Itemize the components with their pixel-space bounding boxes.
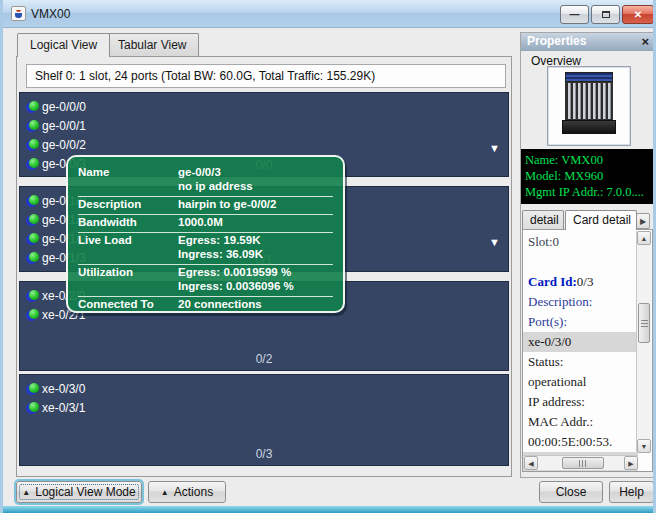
card-detail-row: Card Id:0/3 (523, 272, 638, 292)
close-button[interactable]: Close (539, 481, 603, 503)
scroll-up-icon[interactable]: ▲ (637, 231, 651, 245)
tooltip-row: UtilizationEgress: 0.0019599 % (78, 266, 333, 280)
card-detail-row: operational (523, 372, 638, 392)
tooltip-value: hairpin to ge-0/0/2 (178, 198, 276, 212)
tab-tabular-view[interactable]: Tabular View (105, 33, 199, 56)
port-name: xe-0/3/1 (42, 401, 85, 415)
port-row[interactable]: xe-0/3/1 (20, 398, 508, 417)
card-detail-row: Description: (523, 292, 638, 312)
help-button[interactable]: Help (609, 481, 654, 503)
properties-panel: Properties × Overview Name: VMX00Model: … (520, 32, 654, 478)
port-status-icon (26, 309, 38, 321)
horizontal-scroll-thumb[interactable] (562, 457, 604, 469)
port-row[interactable]: ge-0/0/0 (20, 97, 508, 116)
port-ball-icon (29, 309, 39, 319)
tooltip-value: Ingress: 0.0036096 % (178, 280, 294, 294)
tooltip-row: Live LoadEgress: 19.59K (78, 234, 333, 248)
card-detail-row: Port(s): (523, 312, 638, 332)
expand-panel-icon[interactable]: ▼ (489, 143, 500, 154)
tooltip-value: Ingress: 36.09K (178, 248, 263, 262)
port-ball-icon (29, 402, 39, 412)
up-triangle-icon: ▲ (22, 488, 30, 497)
tooltip-group: Descriptionhairpin to ge-0/0/2 (78, 197, 333, 215)
tab-detail[interactable]: detail (522, 210, 564, 230)
card-detail-row[interactable]: xe-0/3/0 (523, 332, 638, 352)
tab-card-detail[interactable]: Card detail (565, 210, 637, 230)
window-bottom-edge (3, 506, 656, 513)
tooltip-value: no ip address (178, 180, 253, 194)
logical-view-mode-button[interactable]: ▲ Logical View Mode (16, 481, 142, 503)
port-row[interactable]: xe-0/3/0 (20, 379, 508, 398)
panel-slot-label: 0/3 (20, 447, 508, 461)
port-status-icon (26, 120, 38, 132)
tooltip-label: Connected To (78, 298, 178, 312)
port-name: xe-0/3/0 (42, 382, 85, 396)
tooltip-group: Live LoadEgress: 19.59KIngress: 36.09K (78, 233, 333, 265)
tooltip-group: Namege-0/0/3no ip address (78, 165, 333, 197)
app-window: VMX00 — ✕ Logical View Tabular View Shel… (0, 0, 656, 513)
actions-button[interactable]: ▲ Actions (148, 481, 226, 503)
card-detail-row: MAC Addr.: (523, 412, 638, 432)
port-ball-icon (29, 195, 39, 205)
horizontal-scrollbar[interactable]: ◀ ▶ (524, 455, 638, 470)
port-name: ge-0/0/1 (42, 119, 86, 133)
tooltip-group: UtilizationEgress: 0.0019599 %Ingress: 0… (78, 265, 333, 297)
vertical-scrollbar[interactable]: ▲ ▼ (636, 231, 651, 453)
card-detail-row (523, 252, 638, 272)
expand-panel-icon[interactable]: ▼ (489, 237, 500, 248)
tooltip-label: Name (78, 166, 178, 180)
port-row[interactable]: ge-0/0/2 (20, 135, 508, 154)
tooltip-group: Connected To20 connections (78, 297, 333, 314)
port-status-icon (26, 101, 38, 113)
tooltip-group: Bandwidth1000.0M (78, 215, 333, 233)
card-detail-row: Slot:0 (523, 232, 638, 252)
port-ball-icon (29, 139, 39, 149)
properties-title: Properties (527, 34, 586, 48)
port-ball-icon (29, 120, 39, 130)
scroll-left-icon[interactable]: ◀ (524, 456, 538, 470)
properties-header[interactable]: Properties × (521, 33, 653, 51)
card-detail-row: IP address: (523, 392, 638, 412)
tooltip-row: Bandwidth1000.0M (78, 216, 333, 230)
restore-button[interactable] (591, 5, 620, 24)
card-detail-row: 00:00:5E:00:53. (523, 432, 638, 452)
port-status-icon (26, 195, 38, 207)
device-info-line: Model: MX960 (525, 168, 653, 184)
tooltip-row: Ingress: 36.09K (78, 248, 333, 262)
actions-label: Actions (174, 485, 213, 499)
port-row[interactable]: ge-0/0/1 (20, 116, 508, 135)
tooltip-value: Egress: 0.0019599 % (178, 266, 291, 280)
scroll-down-icon[interactable]: ▼ (637, 439, 651, 453)
tab-scroll-right-icon[interactable]: ▶ (636, 213, 650, 229)
pic-panel-0-3[interactable]: xe-0/3/0xe-0/3/10/3 (19, 374, 509, 466)
port-detail-tooltip: Namege-0/0/3no ip addressDescriptionhair… (66, 155, 345, 313)
port-ball-icon (29, 383, 39, 393)
port-name: ge-0/0/2 (42, 138, 86, 152)
tab-logical-view[interactable]: Logical View (17, 33, 110, 57)
java-app-icon (11, 6, 26, 21)
properties-close-icon[interactable]: × (641, 34, 649, 49)
port-status-icon (26, 402, 38, 414)
port-status-icon (26, 383, 38, 395)
scroll-right-icon[interactable]: ▶ (624, 456, 638, 470)
tooltip-label (78, 280, 178, 294)
device-chassis-image (547, 66, 631, 146)
window-title: VMX00 (31, 7, 70, 21)
port-status-icon (26, 214, 38, 226)
tooltip-label (78, 180, 178, 194)
card-detail-panel: Slot:0Card Id:0/3Description:Port(s):xe-… (522, 229, 653, 472)
close-window-button[interactable]: ✕ (622, 5, 654, 24)
title-bar[interactable]: VMX00 — ✕ (3, 0, 656, 28)
port-ball-icon (29, 214, 39, 224)
logical-view-mode-label: Logical View Mode (35, 485, 136, 499)
device-info-box: Name: VMX00Model: MX960Mgmt IP Addr.: 7.… (521, 149, 653, 204)
restore-icon (602, 11, 610, 18)
minimize-button[interactable]: — (560, 5, 589, 24)
tooltip-value: 1000.0M (178, 216, 223, 230)
card-id-label: Card Id: (528, 274, 577, 289)
card-detail-row: Status: (523, 352, 638, 372)
vertical-scroll-thumb[interactable] (638, 303, 650, 343)
tooltip-row: Connected To20 connections (78, 298, 333, 312)
port-ball-icon (29, 290, 39, 300)
shelf-summary: Shelf 0: 1 slot, 24 ports (Total BW: 60.… (26, 64, 506, 88)
